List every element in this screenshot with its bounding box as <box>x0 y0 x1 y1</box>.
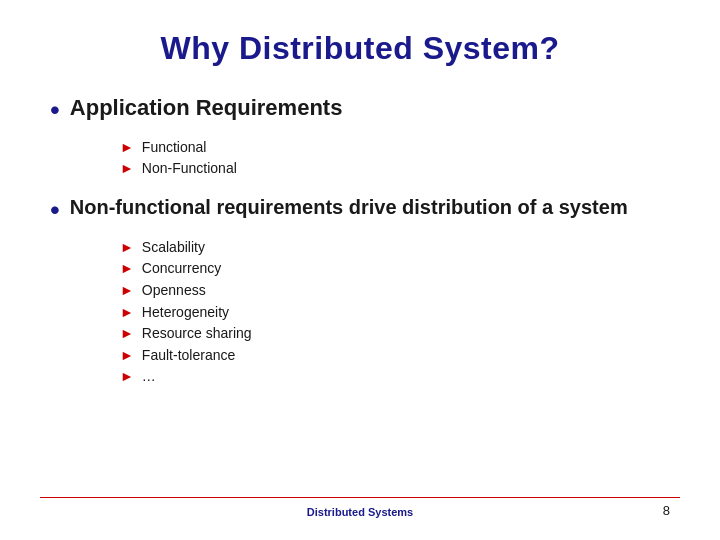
footer-page: 8 <box>663 503 670 518</box>
sub-item-heterogeneity: ► Heterogeneity <box>120 303 670 323</box>
arrow-icon-fault-tolerance: ► <box>120 346 134 366</box>
main-bullet-1: • Application Requirements <box>50 95 670 126</box>
sub-item-openness: ► Openness <box>120 281 670 301</box>
sub-list-2: ► Scalability ► Concurrency ► Openness ►… <box>120 238 670 387</box>
arrow-icon-functional: ► <box>120 138 134 158</box>
sub-text-scalability: Scalability <box>142 238 205 258</box>
arrow-icon-openness: ► <box>120 281 134 301</box>
sub-item-non-functional: ► Non-Functional <box>120 159 670 179</box>
sub-list-1: ► Functional ► Non-Functional <box>120 138 670 179</box>
bullet-1-text: Application Requirements <box>70 95 343 121</box>
sub-text-concurrency: Concurrency <box>142 259 221 279</box>
sub-text-heterogeneity: Heterogeneity <box>142 303 229 323</box>
sub-item-concurrency: ► Concurrency <box>120 259 670 279</box>
sub-item-ellipsis: ► … <box>120 367 670 387</box>
sub-item-fault-tolerance: ► Fault-tolerance <box>120 346 670 366</box>
arrow-icon-non-functional: ► <box>120 159 134 179</box>
main-bullet-2: • Non-functional requirements drive dist… <box>50 195 670 226</box>
footer-line <box>40 497 680 499</box>
arrow-icon-concurrency: ► <box>120 259 134 279</box>
sub-text-openness: Openness <box>142 281 206 301</box>
footer-label: Distributed Systems <box>307 506 413 518</box>
sub-text-resource-sharing: Resource sharing <box>142 324 252 344</box>
sub-text-fault-tolerance: Fault-tolerance <box>142 346 235 366</box>
bullet-dot-2: • <box>50 195 60 226</box>
arrow-icon-ellipsis: ► <box>120 367 134 387</box>
sub-item-scalability: ► Scalability <box>120 238 670 258</box>
sub-text-non-functional: Non-Functional <box>142 159 237 179</box>
arrow-icon-scalability: ► <box>120 238 134 258</box>
sub-item-resource-sharing: ► Resource sharing <box>120 324 670 344</box>
sub-item-functional: ► Functional <box>120 138 670 158</box>
slide: Why Distributed System? • Application Re… <box>0 0 720 540</box>
bullet-dot-1: • <box>50 95 60 126</box>
arrow-icon-resource-sharing: ► <box>120 324 134 344</box>
sub-text-functional: Functional <box>142 138 207 158</box>
slide-title: Why Distributed System? <box>50 30 670 67</box>
sub-text-ellipsis: … <box>142 367 156 387</box>
arrow-icon-heterogeneity: ► <box>120 303 134 323</box>
bullet-2-text: Non-functional requirements drive distri… <box>70 195 628 219</box>
